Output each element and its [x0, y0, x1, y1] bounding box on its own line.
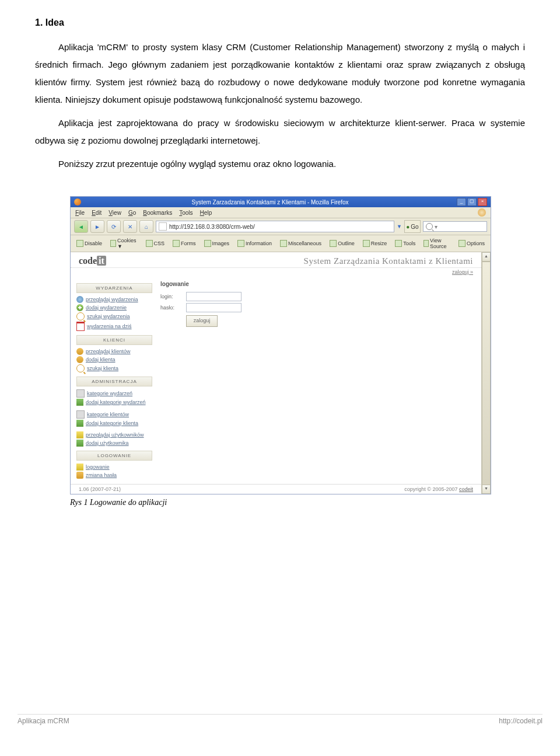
statusbar: 1.06 (2007-07-21) copyright © 2005-2007 … [71, 484, 481, 494]
sidebar-item-dodaj-wydarzenie[interactable]: dodaj wydarzenie [76, 304, 152, 312]
wd-images[interactable]: Images [202, 239, 232, 248]
panel-title: logowanie [160, 281, 473, 287]
page-icon [159, 222, 167, 231]
wd-information[interactable]: Information [235, 239, 274, 248]
side-head-logowanie: LOGOWANIE [76, 451, 152, 461]
menu-edit[interactable]: Edit [92, 210, 102, 216]
wd-viewsource[interactable]: View Source [421, 236, 453, 250]
stop-button[interactable]: ✕ [123, 220, 137, 233]
sidebar-item-kategorie-wydarzen[interactable]: kategorie wydarzeń [76, 389, 152, 398]
haslo-input[interactable] [186, 303, 242, 312]
sidebar-item-logowanie[interactable]: logowanie [76, 463, 152, 471]
window-title: System Zarzadzania Kontaktami z Klientam… [83, 199, 457, 205]
wd-misc[interactable]: Miscellaneous [278, 239, 324, 248]
side-head-wydarzenia: WYDARZENIA [76, 283, 152, 293]
user-icon [76, 431, 83, 438]
wd-css[interactable]: CSS [144, 239, 167, 248]
search-icon [76, 312, 85, 320]
leaf-icon [76, 440, 83, 447]
side-head-klienci: KLIENCI [76, 335, 152, 345]
sidebar-item-przegladaj-wydarzenia[interactable]: przeglądaj wydarzenia [76, 295, 152, 304]
users-icon [76, 356, 83, 363]
wd-resize[interactable]: Resize [360, 239, 390, 248]
paragraph-1: Aplikacja 'mCRM' to prosty system klasy … [35, 39, 525, 109]
brand-bar: codeit System Zarządzania Kontaktami z K… [71, 252, 481, 268]
forward-button[interactable]: ► [90, 220, 104, 233]
brand-slogan: System Zarządzania Kontaktami z Klientam… [106, 256, 473, 266]
sidebar-item-dodaj-klienta[interactable]: dodaj klienta [76, 356, 152, 364]
sidebar-item-szukaj-wydarzenia[interactable]: szukaj wydarzenia [76, 312, 152, 321]
wd-cookies[interactable]: Cookies ▼ [108, 236, 140, 250]
search-icon [426, 223, 433, 230]
copyright-text: copyright © 2005-2007 codeit [404, 486, 473, 492]
figure-caption: Rys 1 Logowanie do aplikacji [70, 498, 525, 507]
wd-tools[interactable]: Tools [393, 239, 418, 248]
screenshot: System Zarzadzania Kontaktami z Klientam… [70, 196, 491, 494]
wd-forms[interactable]: Forms [170, 239, 198, 248]
throbber-icon [478, 208, 486, 217]
search-icon [76, 364, 85, 372]
menu-help[interactable]: Help [200, 210, 212, 216]
dropdown-icon[interactable]: ▼ [397, 224, 402, 229]
codeit-link[interactable]: codeit [459, 486, 473, 492]
users-icon [76, 348, 83, 355]
side-head-admin: ADMINISTRACJA [76, 377, 152, 386]
calendar-icon [76, 322, 85, 331]
section-heading: 1. Idea [35, 18, 525, 28]
sidebar-item-wydarzenia-dzis[interactable]: wydarzenia na dziś [76, 321, 152, 332]
sidebar-item-dodaj-kategorie-klienta[interactable]: dodaj kategorię klienta [76, 419, 152, 427]
url-text: http://192.168.0.3:8080/crm-web/ [169, 224, 255, 230]
home-button[interactable]: ⌂ [139, 220, 153, 233]
sidebar-item-przegladaj-klientow[interactable]: przeglądaj klientów [76, 347, 152, 356]
scroll-down-button[interactable]: ▼ [482, 485, 491, 494]
maximize-button[interactable]: ▢ [467, 198, 477, 206]
scrollbar[interactable]: ▲ ▼ [481, 252, 491, 494]
paragraph-2: Aplikacja jest zaprojektowana do pracy w… [35, 114, 525, 149]
go-button[interactable]: ●Go [404, 220, 421, 233]
wd-disable[interactable]: Disable [74, 239, 104, 248]
key-icon [76, 472, 83, 479]
scroll-up-button[interactable]: ▲ [482, 252, 491, 262]
brand-logo: codeit [79, 256, 106, 266]
sidebar-item-dodaj-kategorie-wydarzen[interactable]: dodaj kategorię wydarzeń [76, 398, 152, 406]
category-icon [76, 410, 85, 419]
category-icon [76, 389, 85, 398]
footer-right: http://codeit.pl [499, 717, 542, 725]
close-button[interactable]: × [478, 198, 487, 206]
reload-button[interactable]: ⟳ [107, 220, 121, 233]
menu-tools[interactable]: Tools [179, 210, 192, 216]
menu-view[interactable]: View [108, 210, 121, 216]
leaf-icon [76, 399, 83, 406]
nav-toolbar: ◄ ► ⟳ ✕ ⌂ http://192.168.0.3:8080/crm-we… [71, 218, 491, 235]
leaf-icon [76, 420, 83, 427]
login-icon [76, 464, 83, 471]
menu-file[interactable]: File [75, 210, 85, 216]
search-box[interactable]: ▾ [423, 221, 487, 232]
sidebar-item-kategorie-klientow[interactable]: kategorie klientów [76, 410, 152, 419]
sidebar-item-zmiana-hasla[interactable]: zmiana hasła [76, 471, 152, 479]
plus-icon [76, 304, 83, 311]
menu-bookmarks[interactable]: Bookmarks [143, 210, 172, 216]
login-input[interactable] [186, 292, 242, 301]
menubar: File Edit View Go Bookmarks Tools Help [71, 207, 491, 218]
menu-go[interactable]: Go [128, 210, 136, 216]
sidebar: WYDARZENIA przeglądaj wydarzenia dodaj w… [71, 277, 152, 484]
wd-options[interactable]: Options [456, 239, 487, 248]
version-text: 1.06 (2007-07-21) [79, 486, 121, 492]
minimize-button[interactable]: _ [457, 198, 466, 206]
wd-outline[interactable]: Outline [327, 239, 357, 248]
sidebar-item-szukaj-klienta[interactable]: szukaj klienta [76, 364, 152, 373]
login-label: login: [160, 294, 183, 299]
scroll-thumb[interactable] [482, 262, 491, 486]
back-button[interactable]: ◄ [74, 220, 88, 233]
sidebar-item-dodaj-uzytkownika[interactable]: dodaj użytkownika [76, 439, 152, 447]
url-bar[interactable]: http://192.168.0.3:8080/crm-web/ [156, 221, 394, 232]
firefox-icon [74, 198, 81, 205]
webdev-toolbar: Disable Cookies ▼ CSS Forms Images Infor… [71, 235, 491, 252]
eye-icon [76, 296, 83, 303]
zaloguj-button[interactable]: zaloguj [186, 315, 218, 327]
login-link-top[interactable]: zaloguj » [71, 268, 481, 277]
footer-left: Aplikacja mCRM [18, 717, 69, 725]
sidebar-item-przegladaj-uzytkownikow[interactable]: przeglądaj użytkowników [76, 431, 152, 439]
paragraph-3: Poniższy zrzut prezentuje ogólny wygląd … [35, 155, 525, 173]
